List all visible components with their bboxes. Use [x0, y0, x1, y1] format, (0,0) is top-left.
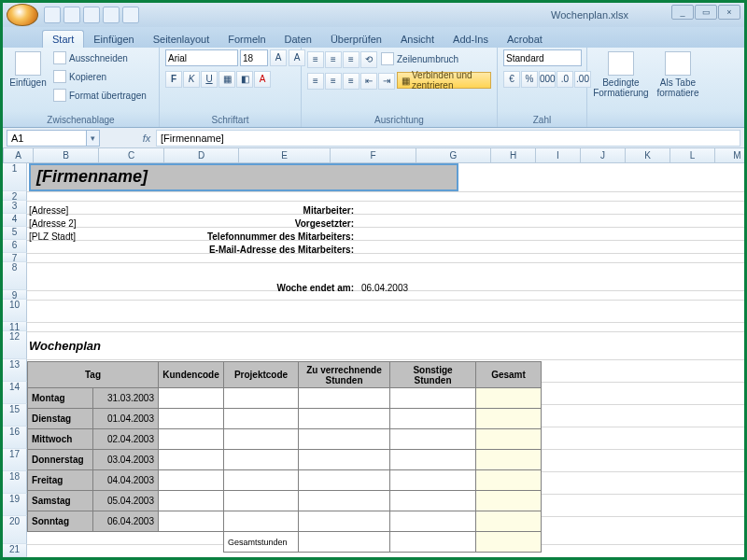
cell-empty[interactable]	[159, 429, 224, 450]
cell-empty[interactable]	[299, 409, 390, 429]
cell-empty[interactable]	[390, 511, 476, 532]
col-header-H[interactable]: H	[491, 148, 536, 162]
cell-empty[interactable]	[390, 470, 476, 491]
col-header-G[interactable]: G	[416, 148, 491, 162]
cell-date[interactable]: 05.04.2003	[93, 491, 159, 511]
qat-print-icon[interactable]	[103, 7, 120, 23]
ribbon-tab-überprüfen[interactable]: Überprüfen	[321, 31, 391, 48]
cell-day[interactable]: Donnerstag	[28, 450, 93, 470]
fill-color-button[interactable]: ◧	[236, 71, 253, 88]
align-bottom-button[interactable]: ≡	[343, 51, 359, 68]
qat-redo-icon[interactable]	[83, 7, 100, 23]
align-middle-button[interactable]: ≡	[325, 51, 342, 68]
cell-gesamt[interactable]	[476, 511, 542, 532]
underline-button[interactable]: U	[201, 71, 218, 88]
row-header-12[interactable]: 12	[3, 331, 27, 359]
row-header-4[interactable]: 4	[3, 214, 27, 227]
copy-button[interactable]: Kopieren	[51, 68, 148, 85]
cell-empty[interactable]	[224, 429, 299, 450]
cell-gesamt[interactable]	[476, 470, 542, 491]
cell-empty[interactable]	[390, 388, 476, 409]
row-header-9[interactable]: 9	[3, 290, 27, 300]
qat-save-icon[interactable]	[44, 7, 61, 23]
ribbon-tab-formeln[interactable]: Formeln	[218, 31, 275, 48]
comma-button[interactable]: 000	[539, 71, 556, 88]
cell-day[interactable]: Montag	[28, 388, 93, 409]
cell-day[interactable]: Dienstag	[28, 409, 93, 429]
inc-decimal-button[interactable]: .0	[557, 71, 573, 88]
font-family-combo[interactable]: Arial	[165, 49, 238, 66]
cell-total[interactable]	[390, 532, 476, 553]
col-header-A[interactable]: A	[4, 148, 34, 162]
qat-undo-icon[interactable]	[63, 7, 80, 23]
grow-font-button[interactable]: A	[270, 49, 287, 66]
cell-empty[interactable]	[299, 491, 390, 511]
row-header-8[interactable]: 8	[3, 262, 27, 290]
indent-dec-button[interactable]: ⇤	[360, 73, 377, 90]
office-button[interactable]	[7, 4, 38, 26]
paste-button[interactable]: Einfügen	[8, 49, 48, 105]
row-header-18[interactable]: 18	[3, 471, 27, 494]
name-box-dropdown[interactable]: ▾	[87, 130, 100, 147]
cell-day[interactable]: Freitag	[28, 470, 93, 491]
row-header-7[interactable]: 7	[3, 253, 27, 262]
cell-empty[interactable]	[159, 388, 224, 409]
wrap-text-button[interactable]: Zeilenumbruch	[379, 50, 460, 67]
cell-empty[interactable]	[159, 511, 224, 532]
cell-empty[interactable]	[159, 491, 224, 511]
fx-icon[interactable]: fx	[137, 133, 156, 144]
cell-empty[interactable]	[159, 450, 224, 470]
row-header-3[interactable]: 3	[3, 201, 27, 214]
col-header-D[interactable]: D	[164, 148, 239, 162]
cell-empty[interactable]	[390, 450, 476, 470]
row-header-1[interactable]: 1	[3, 163, 27, 191]
col-header-I[interactable]: I	[536, 148, 581, 162]
row-header-21[interactable]: 21	[3, 544, 27, 557]
conditional-formatting-button[interactable]: Bedingte Formatierung	[593, 49, 649, 105]
orientation-button[interactable]: ⟲	[360, 51, 377, 68]
cell-empty[interactable]	[159, 470, 224, 491]
cell-day[interactable]: Mittwoch	[28, 429, 93, 450]
cell-empty[interactable]	[299, 450, 390, 470]
cell-gesamt[interactable]	[476, 409, 542, 429]
col-header-J[interactable]: J	[581, 148, 626, 162]
cell-empty[interactable]	[224, 450, 299, 470]
row-header-15[interactable]: 15	[3, 404, 27, 427]
cell-gesamt[interactable]	[476, 429, 542, 450]
number-format-combo[interactable]: Standard	[503, 49, 582, 66]
row-header-16[interactable]: 16	[3, 427, 27, 449]
cell-empty[interactable]	[390, 491, 476, 511]
cell-date[interactable]: 03.04.2003	[93, 450, 159, 470]
row-header-19[interactable]: 19	[3, 494, 27, 516]
align-right-button[interactable]: ≡	[343, 73, 359, 90]
cell-date[interactable]: 04.04.2003	[93, 470, 159, 491]
cell-empty[interactable]	[390, 409, 476, 429]
minimize-button[interactable]: _	[671, 5, 694, 20]
cell-date[interactable]: 01.04.2003	[93, 409, 159, 429]
col-header-L[interactable]: L	[670, 148, 715, 162]
ribbon-tab-einfügen[interactable]: Einfügen	[84, 31, 143, 48]
bold-button[interactable]: F	[165, 71, 182, 88]
row-header-17[interactable]: 17	[3, 449, 27, 471]
ribbon-tab-add-ins[interactable]: Add-Ins	[444, 31, 498, 48]
merge-center-button[interactable]: ▦Verbinden und zentrieren	[397, 72, 491, 89]
align-left-button[interactable]: ≡	[307, 73, 324, 90]
qat-preview-icon[interactable]	[122, 7, 139, 23]
col-header-M[interactable]: M	[715, 148, 747, 162]
font-color-button[interactable]: A	[254, 71, 271, 88]
row-header-20[interactable]: 20	[3, 516, 27, 544]
cell-total[interactable]	[299, 532, 390, 553]
cell-empty[interactable]	[224, 511, 299, 532]
row-header-10[interactable]: 10	[3, 300, 27, 322]
col-header-F[interactable]: F	[331, 148, 416, 162]
indent-inc-button[interactable]: ⇥	[378, 73, 395, 90]
cell-day[interactable]: Samstag	[28, 491, 93, 511]
cell-total-gesamt[interactable]	[476, 532, 542, 553]
col-header-C[interactable]: C	[99, 148, 164, 162]
cell-company-name[interactable]: [Firmenname]	[29, 163, 458, 191]
cell-empty[interactable]	[224, 388, 299, 409]
maximize-button[interactable]: ▭	[695, 5, 717, 20]
col-header-E[interactable]: E	[239, 148, 331, 162]
col-header-K[interactable]: K	[626, 148, 670, 162]
ribbon-tab-seitenlayout[interactable]: Seitenlayout	[144, 31, 219, 48]
